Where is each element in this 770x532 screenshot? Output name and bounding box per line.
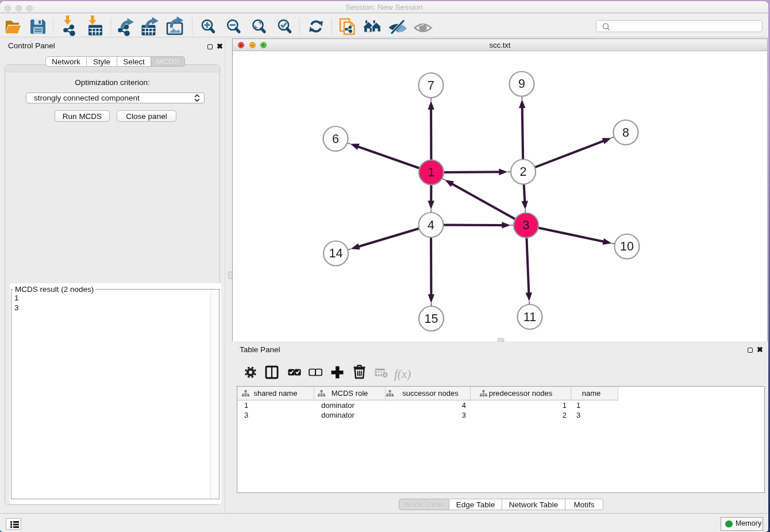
svg-text:1: 1	[428, 165, 435, 179]
svg-text:15: 15	[425, 312, 438, 326]
svg-text:4: 4	[428, 218, 434, 232]
svg-text:14: 14	[329, 246, 343, 260]
svg-text:11: 11	[523, 310, 536, 324]
svg-text:6: 6	[332, 132, 339, 146]
svg-text:10: 10	[620, 240, 634, 253]
svg-text:f(x): f(x)	[394, 367, 411, 381]
svg-text:9: 9	[518, 77, 525, 91]
svg-text:2: 2	[520, 165, 527, 179]
svg-text:7: 7	[428, 79, 434, 92]
svg-text:3: 3	[523, 218, 530, 232]
svg-text:8: 8	[622, 126, 629, 140]
